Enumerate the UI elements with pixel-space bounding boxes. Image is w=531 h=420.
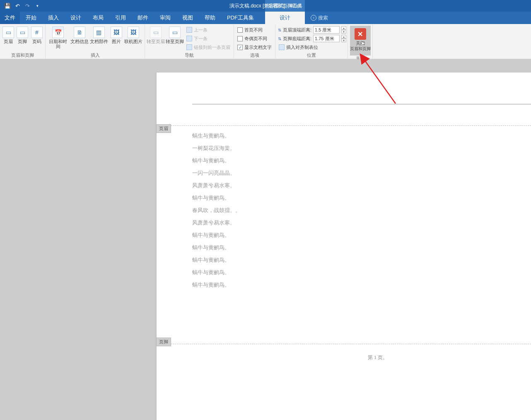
spinner-icon: ⇅	[278, 28, 281, 32]
save-icon[interactable]: 💾	[4, 2, 11, 9]
body-line: 一闪一闪亮晶晶。	[192, 167, 241, 179]
body-line: 蜗牛与黄鹂鸟。	[192, 279, 241, 291]
tab-mailings[interactable]: 邮件	[132, 12, 154, 24]
body-line: 风萧萧兮易水寒。	[192, 217, 241, 229]
align-tab-icon	[279, 44, 285, 50]
tab-references[interactable]: 引用	[109, 12, 132, 24]
checkbox-checked-icon: ✓	[237, 45, 243, 50]
footer-bottom-label: 页脚底端距离:	[283, 36, 311, 42]
insert-alignment-tab-button[interactable]: 插入对齐制表位	[277, 43, 347, 51]
quick-access-toolbar: 💾 ↶ ↷ ▾	[0, 2, 41, 9]
link-label: 链接到前一条页眉	[194, 44, 230, 51]
tab-pdf[interactable]: PDF工具集	[221, 12, 260, 24]
different-odd-even-checkbox[interactable]: 奇偶页不同	[236, 34, 273, 43]
cursor-icon: ➤	[360, 40, 365, 46]
spin-down[interactable]: ▼	[341, 30, 346, 34]
goto-header-icon: ▭	[150, 27, 162, 38]
prev-label: 上一条	[194, 27, 208, 33]
spin-up[interactable]: ▲	[341, 26, 346, 30]
calendar-icon: 📅	[52, 27, 64, 38]
body-line: 蜗生与黄鹂鸟。	[192, 130, 241, 142]
qat-dropdown-icon[interactable]: ▾	[34, 2, 41, 9]
tab-review[interactable]: 审阅	[154, 12, 176, 24]
group-position: ⇅ 页眉顶端距离: 1.5 厘米 ▲▼ ⇅ 页脚底端距离: 1.75 厘米 ▲▼…	[275, 24, 348, 59]
header-label: 页眉	[4, 39, 13, 44]
diff-oddeven-label: 奇偶页不同	[244, 36, 267, 42]
tab-layout[interactable]: 布局	[87, 12, 109, 24]
close-label-2: 页眉和页脚	[350, 46, 371, 51]
picture-label: 图片	[112, 39, 121, 44]
goto-footer-button[interactable]: ▭ 转至页脚	[166, 26, 184, 44]
previous-button[interactable]: 上一条	[185, 26, 232, 34]
body-line: 蜗牛与黄鹂鸟。	[192, 192, 241, 204]
docinfo-icon: 🗎	[74, 27, 85, 38]
body-line: 一树梨花压海棠。	[192, 142, 241, 154]
prev-icon	[186, 27, 192, 33]
next-button[interactable]: 下一条	[185, 34, 232, 43]
docinfo-button[interactable]: 🗎 文档信息	[70, 26, 89, 44]
title-bar: 💾 ↶ ↷ ▾ 页眉和页脚工具 演示文稿.docx [兼容模式] - Word	[0, 0, 531, 12]
footer-icon: ▭	[17, 27, 28, 38]
page-number-label: 页码	[32, 39, 41, 44]
tab-file[interactable]: 文件	[0, 12, 20, 24]
goto-header-button[interactable]: ▭ 转至页眉	[147, 26, 165, 44]
next-label: 下一条	[194, 36, 208, 42]
spin-down[interactable]: ▼	[341, 39, 346, 42]
undo-icon[interactable]: ↶	[14, 2, 21, 9]
tell-me-label: 搜索	[318, 14, 328, 22]
group-close: ✕ 关闭 页眉和页脚 ➤ 关闭	[348, 24, 373, 59]
group-label-position: 位置	[277, 52, 346, 59]
header-underline	[192, 104, 531, 104]
picture-icon: 🖼	[111, 27, 122, 38]
tab-header-footer-design[interactable]: 设计	[265, 12, 305, 24]
group-options: 首页不同 奇偶页不同 ✓显示文档文字 选项	[234, 24, 275, 59]
footer-button[interactable]: ▭ 页脚	[16, 26, 29, 44]
datetime-button[interactable]: 📅 日期和时间	[47, 26, 69, 49]
picture-button[interactable]: 🖼 图片	[109, 26, 123, 44]
close-header-footer-button[interactable]: ✕ 关闭 页眉和页脚 ➤	[350, 26, 371, 56]
header-area[interactable]	[157, 72, 531, 126]
show-document-text-checkbox[interactable]: ✓显示文档文字	[236, 43, 273, 51]
tab-help[interactable]: 帮助	[199, 12, 221, 24]
footer-bottom-input[interactable]: 1.75 厘米	[313, 35, 340, 42]
page-number-icon: #	[31, 27, 43, 38]
group-label-options: 选项	[236, 52, 273, 59]
footer-boundary	[157, 344, 531, 344]
datetime-label: 日期和时间	[47, 39, 69, 49]
bulb-icon: ♀	[311, 15, 316, 21]
online-picture-button[interactable]: 🖼 联机图片	[124, 26, 143, 44]
document-page[interactable]: 页眉 蜗生与黄鹂鸟。 一树梨花压海棠。 蜗牛与黄鹂鸟。 一闪一闪亮晶晶。 风萧萧…	[157, 72, 531, 420]
show-doc-label: 显示文档文字	[244, 44, 272, 51]
header-top-label: 页眉顶端距离:	[283, 27, 311, 33]
page-number-button[interactable]: # 页码	[30, 26, 43, 44]
body-line: 蜗牛与黄鹂鸟。	[192, 229, 241, 241]
body-line: 蜗牛与黄鹂鸟。	[192, 266, 241, 279]
header-button[interactable]: ▭ 页眉	[2, 26, 15, 44]
tab-view[interactable]: 视图	[176, 12, 199, 24]
group-navigation: ▭ 转至页眉 ▭ 转至页脚 上一条 下一条 链接到前一条页眉 导航	[145, 24, 234, 59]
link-previous-button[interactable]: 链接到前一条页眉	[185, 43, 232, 51]
header-tag: 页眉	[156, 124, 171, 133]
next-icon	[186, 36, 192, 41]
header-icon: ▭	[2, 27, 14, 38]
tab-insert[interactable]: 插入	[42, 12, 65, 24]
spin-up[interactable]: ▲	[341, 35, 346, 39]
tab-design-main[interactable]: 设计	[65, 12, 87, 24]
docparts-button[interactable]: ▥ 文档部件	[89, 26, 108, 44]
body-line: 春风吹，战鼓擂。。	[192, 204, 241, 217]
tell-me-search[interactable]: ♀ 搜索	[308, 12, 328, 24]
group-label-hf: 页眉和页脚	[2, 52, 43, 59]
online-picture-label: 联机图片	[124, 39, 142, 44]
group-header-footer: ▭ 页眉 ▭ 页脚 # 页码 页眉和页脚	[0, 24, 46, 59]
docparts-icon: ▥	[93, 27, 105, 38]
goto-header-label: 转至页眉	[147, 39, 165, 44]
ribbon-tabs: 文件 开始 插入 设计 布局 引用 邮件 审阅 视图 帮助 PDF工具集 百度网…	[0, 12, 531, 24]
header-top-input[interactable]: 1.5 厘米	[313, 26, 340, 34]
document-workspace: 页眉 蜗生与黄鹂鸟。 一树梨花压海棠。 蜗牛与黄鹂鸟。 一闪一闪亮晶晶。 风萧萧…	[0, 59, 531, 420]
redo-icon[interactable]: ↷	[24, 2, 31, 9]
align-tab-label: 插入对齐制表位	[286, 44, 318, 51]
tab-home[interactable]: 开始	[20, 12, 42, 24]
checkbox-icon	[237, 27, 243, 33]
diff-first-label: 首页不同	[244, 27, 263, 33]
different-first-page-checkbox[interactable]: 首页不同	[236, 26, 273, 34]
